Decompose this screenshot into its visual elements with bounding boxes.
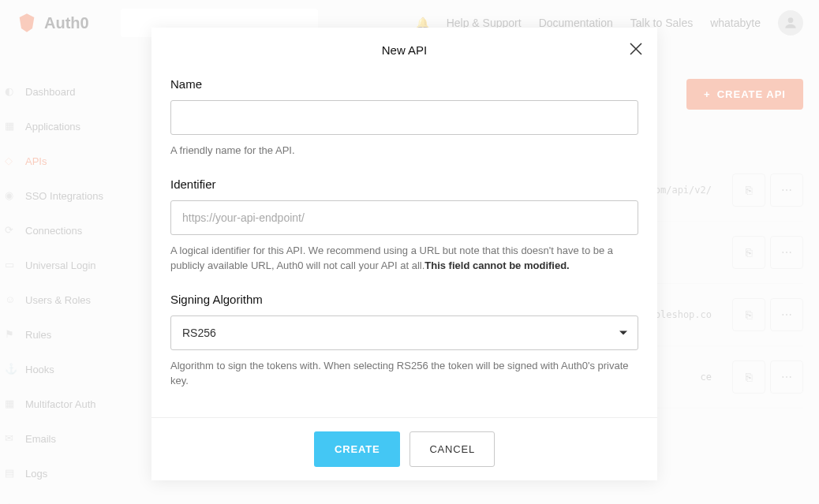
create-button[interactable]: CREATE [314,431,400,467]
close-button[interactable] [629,42,643,56]
name-help: A friendly name for the API. [170,143,638,159]
identifier-help: A logical identifier for this API. We re… [170,243,638,274]
identifier-input[interactable] [170,200,638,235]
name-group: Name A friendly name for the API. [170,77,638,159]
algorithm-help: Algorithm to sign the tokens with. When … [170,358,638,389]
modal-footer: CREATE CANCEL [151,417,657,480]
modal-title: New API [151,43,657,57]
algorithm-label: Signing Algorithm [170,293,638,306]
algorithm-group: Signing Algorithm RS256 Algorithm to sig… [170,293,638,389]
modal-body: Name A friendly name for the API. Identi… [151,68,657,417]
identifier-label: Identifier [170,177,638,191]
algorithm-select[interactable]: RS256 [170,315,638,350]
identifier-group: Identifier A logical identifier for this… [170,177,638,274]
modal-header: New API [151,28,657,68]
new-api-modal: New API Name A friendly name for the API… [151,28,657,480]
cancel-button[interactable]: CANCEL [410,431,495,467]
name-input[interactable] [170,100,638,135]
close-icon [629,42,643,56]
algorithm-select-wrap: RS256 [170,315,638,350]
name-label: Name [170,77,638,91]
